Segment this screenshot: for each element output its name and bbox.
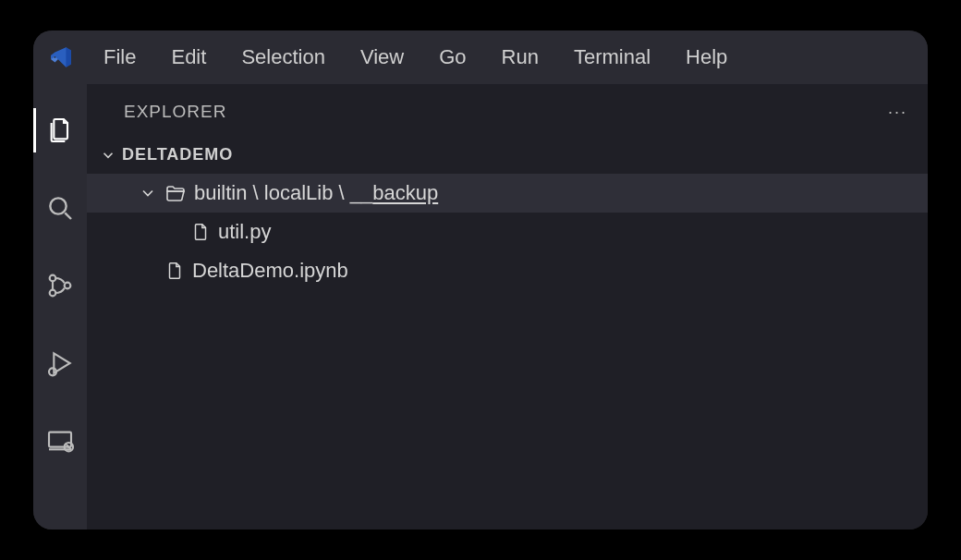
path-seg-backup: backup bbox=[372, 181, 438, 204]
menu-run[interactable]: Run bbox=[487, 40, 553, 75]
activity-bar bbox=[33, 84, 87, 530]
activity-explorer[interactable] bbox=[42, 112, 79, 149]
vscode-logo-icon bbox=[49, 45, 73, 69]
activity-search[interactable] bbox=[42, 189, 79, 226]
path-seg-locallib: localLib bbox=[264, 181, 334, 204]
folder-path: builtin \ localLib \ __backup bbox=[194, 181, 438, 205]
remote-icon bbox=[45, 426, 75, 456]
explorer-header: EXPLORER ··· bbox=[87, 84, 928, 140]
path-seg-backup-prefix: __ bbox=[350, 181, 372, 204]
menu-bar: File Edit Selection View Go Run Terminal… bbox=[89, 40, 742, 75]
explorer-title: EXPLORER bbox=[124, 102, 226, 122]
search-icon bbox=[45, 193, 75, 223]
tree-file-util[interactable]: util.py bbox=[87, 213, 928, 251]
tree-folder-backup[interactable]: builtin \ localLib \ __backup bbox=[87, 174, 928, 213]
activity-run-debug[interactable] bbox=[42, 345, 79, 382]
svg-point-0 bbox=[50, 198, 66, 213]
path-seg-builtin: builtin bbox=[194, 181, 247, 204]
workspace-header[interactable]: DELTADEMO bbox=[87, 140, 928, 170]
folder-open-icon bbox=[164, 182, 187, 204]
menu-file[interactable]: File bbox=[89, 40, 151, 75]
path-sep: \ bbox=[333, 181, 349, 204]
menu-edit[interactable]: Edit bbox=[156, 40, 221, 75]
workspace-name: DELTADEMO bbox=[122, 145, 233, 164]
files-icon bbox=[45, 116, 75, 145]
menu-terminal[interactable]: Terminal bbox=[559, 40, 665, 75]
activity-source-control[interactable] bbox=[42, 267, 79, 304]
menu-go[interactable]: Go bbox=[424, 40, 480, 75]
file-name: DeltaDemo.ipynb bbox=[192, 259, 348, 283]
window-body: EXPLORER ··· DELTADEMO bbox=[33, 84, 928, 530]
activity-remote[interactable] bbox=[42, 422, 79, 459]
explorer-sidebar: EXPLORER ··· DELTADEMO bbox=[87, 84, 928, 530]
svg-point-3 bbox=[50, 290, 56, 297]
path-sep: \ bbox=[247, 181, 263, 204]
app-logo bbox=[43, 45, 79, 69]
app-window: File Edit Selection View Go Run Terminal… bbox=[33, 30, 928, 530]
file-icon bbox=[190, 222, 211, 242]
svg-point-4 bbox=[65, 283, 71, 289]
svg-line-1 bbox=[65, 213, 71, 219]
explorer-more-button[interactable]: ··· bbox=[888, 103, 907, 122]
chevron-down-icon bbox=[100, 147, 116, 164]
tree-file-deltademo[interactable]: DeltaDemo.ipynb bbox=[87, 251, 928, 290]
menu-help[interactable]: Help bbox=[671, 40, 742, 75]
run-debug-icon bbox=[45, 348, 75, 378]
menu-selection[interactable]: Selection bbox=[226, 40, 340, 75]
source-control-icon bbox=[45, 271, 75, 300]
file-name: util.py bbox=[218, 220, 271, 244]
file-tree: builtin \ localLib \ __backup util.py bbox=[87, 170, 928, 290]
file-icon bbox=[164, 261, 185, 281]
chevron-down-icon bbox=[139, 184, 157, 202]
svg-point-2 bbox=[50, 275, 56, 282]
titlebar: File Edit Selection View Go Run Terminal… bbox=[33, 30, 928, 84]
menu-view[interactable]: View bbox=[346, 40, 419, 75]
